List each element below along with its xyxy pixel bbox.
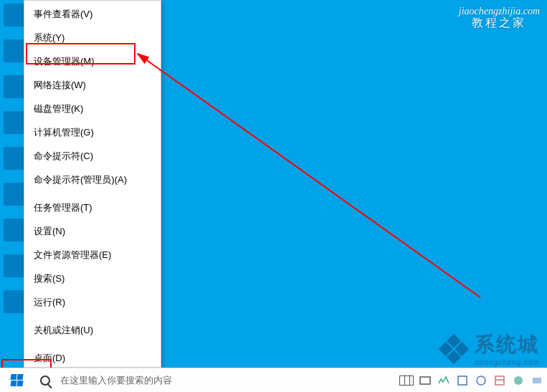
taskbar-pinned-app[interactable] [474, 373, 488, 388]
taskbar-pinned-app[interactable] [493, 373, 507, 388]
search-icon [40, 376, 50, 386]
menu-command-prompt-admin[interactable]: 命令提示符(管理员)(A) [24, 168, 161, 191]
menu-desktop[interactable]: 桌面(D) [24, 346, 161, 370]
watermark-sub: xitongcheng.com [475, 358, 540, 366]
svg-rect-2 [458, 376, 467, 385]
menu-shutdown-signout[interactable]: 关机或注销(U) [24, 318, 161, 342]
start-button[interactable] [0, 368, 33, 393]
menu-computer-management[interactable]: 计算机管理(G) [24, 120, 161, 144]
menu-device-manager[interactable]: 设备管理器(M) [24, 49, 161, 73]
menu-run[interactable]: 运行(R) [24, 290, 161, 314]
taskbar-pinned-app[interactable] [455, 373, 470, 388]
svg-rect-5 [533, 378, 541, 383]
menu-event-viewer[interactable]: 事件查看器(V) [24, 2, 161, 26]
watermark-text: 系统城 [475, 331, 540, 358]
winx-context-menu: 事件查看器(V) 系统(Y) 设备管理器(M) 网络连接(W) 磁盘管理(K) … [24, 0, 161, 368]
watermark-logo-icon [439, 333, 469, 363]
watermark-top: jiaochengzhijia.com 教程之家 [459, 6, 540, 29]
svg-line-0 [138, 54, 480, 297]
search-input[interactable]: 在这里输入你要搜索的内容 [57, 368, 287, 393]
watermark-url: jiaochengzhijia.com [459, 6, 540, 16]
taskbar-pinned-app[interactable] [437, 373, 451, 388]
watermark-bottom: 系统城 xitongcheng.com [443, 331, 540, 366]
taskbar-pinned-app[interactable] [418, 373, 432, 388]
menu-disk-management[interactable]: 磁盘管理(K) [24, 97, 161, 120]
menu-search[interactable]: 搜索(S) [24, 267, 161, 290]
menu-task-manager[interactable]: 任务管理器(T) [24, 196, 161, 219]
svg-point-4 [514, 376, 523, 385]
desktop: 事件查看器(V) 系统(Y) 设备管理器(M) 网络连接(W) 磁盘管理(K) … [0, 0, 547, 392]
taskbar-pinned-app[interactable] [530, 373, 544, 388]
taskbar-pinned-app[interactable] [511, 373, 525, 388]
search-button[interactable] [33, 368, 57, 393]
windows-logo-icon [11, 374, 23, 386]
taskbar-tray [399, 368, 547, 393]
menu-system[interactable]: 系统(Y) [24, 26, 161, 49]
menu-file-explorer[interactable]: 文件资源管理器(E) [24, 243, 161, 267]
menu-settings[interactable]: 设置(N) [24, 219, 161, 243]
watermark-cn: 教程之家 [459, 17, 540, 29]
task-view-button[interactable] [399, 373, 414, 388]
taskbar: 在这里输入你要搜索的内容 [0, 368, 547, 392]
menu-command-prompt[interactable]: 命令提示符(C) [24, 144, 161, 168]
menu-network-connections[interactable]: 网络连接(W) [24, 73, 161, 97]
svg-rect-1 [420, 377, 430, 384]
svg-point-3 [477, 376, 485, 385]
